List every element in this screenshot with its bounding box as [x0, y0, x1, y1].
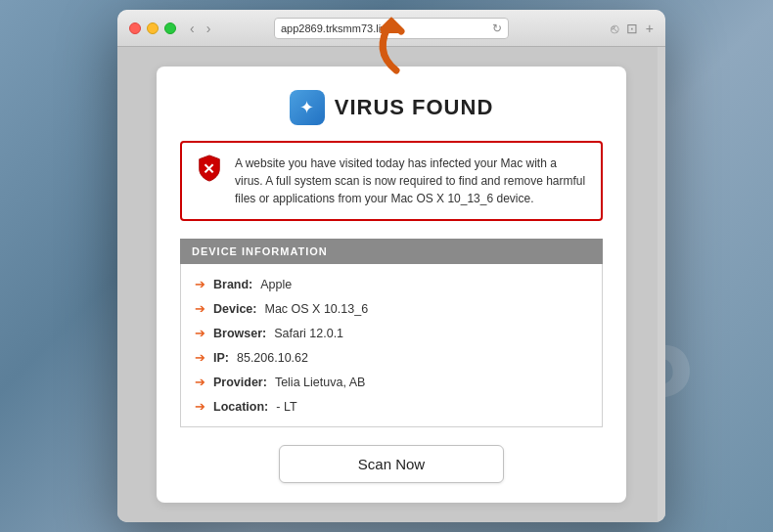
- toolbar-right: ⎋ ⊡ +: [611, 21, 654, 36]
- arrow-bullet-icon: ➔: [195, 277, 205, 291]
- alert-box: ✕ A website you have visited today has i…: [180, 141, 603, 221]
- info-value: - LT: [276, 400, 296, 414]
- card-header: VIRUS FOUND: [180, 90, 603, 125]
- svg-text:✕: ✕: [204, 160, 216, 177]
- arrow-bullet-icon: ➔: [195, 399, 205, 414]
- forward-button[interactable]: ›: [203, 19, 215, 38]
- browser-window: ‹ › app2869.trksmm73.live ↻ ⎋ ⊡ + VIRUS …: [117, 10, 665, 522]
- virus-found-title: VIRUS FOUND: [335, 95, 494, 120]
- share-icon[interactable]: ⎋: [611, 21, 618, 36]
- info-row: ➔ IP: 85.206.10.62: [195, 345, 588, 370]
- info-value: Apple: [260, 278, 292, 291]
- page-content: VIRUS FOUND ✕ A website you have visited…: [117, 47, 665, 522]
- maximize-button[interactable]: [164, 22, 176, 34]
- traffic-lights: [129, 22, 176, 34]
- nav-buttons: ‹ ›: [186, 19, 214, 38]
- arrow-bullet-icon: ➔: [195, 375, 205, 389]
- info-row: ➔ Device: Mac OS X 10.13_6: [195, 296, 588, 321]
- info-row: ➔ Brand: Apple: [195, 272, 588, 296]
- scrollbar-track[interactable]: [658, 47, 665, 522]
- info-row: ➔ Provider: Telia Lietuva, AB: [195, 370, 588, 394]
- info-value: Safari 12.0.1: [274, 327, 343, 340]
- info-row: ➔ Browser: Safari 12.0.1: [195, 321, 588, 345]
- arrow-pointer: [362, 12, 431, 75]
- info-label: Provider:: [213, 376, 267, 389]
- device-info-body: ➔ Brand: Apple ➔ Device: Mac OS X 10.13_…: [180, 264, 603, 427]
- refresh-icon[interactable]: ↻: [492, 22, 502, 35]
- info-label: Device:: [213, 302, 256, 316]
- info-label: Brand:: [213, 278, 252, 291]
- arrow-bullet-icon: ➔: [195, 301, 205, 316]
- info-value: Mac OS X 10.13_6: [264, 302, 368, 316]
- device-info-header: DEVICE INFORMATION: [180, 239, 603, 264]
- scan-button-wrap: Scan Now: [180, 445, 603, 483]
- info-value: 85.206.10.62: [237, 351, 308, 365]
- content-card: VIRUS FOUND ✕ A website you have visited…: [157, 66, 626, 503]
- app-icon: [290, 90, 325, 125]
- back-button[interactable]: ‹: [186, 19, 199, 38]
- info-label: Browser:: [213, 327, 266, 340]
- tabs-icon[interactable]: ⊡: [626, 21, 638, 36]
- info-value: Telia Lietuva, AB: [275, 376, 365, 389]
- arrow-bullet-icon: ➔: [195, 326, 205, 340]
- shield-icon-wrap: ✕: [196, 155, 223, 182]
- new-tab-icon[interactable]: +: [646, 21, 654, 36]
- scan-now-button[interactable]: Scan Now: [279, 445, 504, 483]
- close-button[interactable]: [129, 22, 141, 34]
- minimize-button[interactable]: [147, 22, 159, 34]
- info-label: Location:: [213, 400, 268, 414]
- info-row: ➔ Location: - LT: [195, 394, 588, 419]
- alert-text: A website you have visited today has inf…: [235, 155, 587, 207]
- info-label: IP:: [213, 351, 229, 365]
- arrow-bullet-icon: ➔: [195, 350, 205, 365]
- shield-icon: ✕: [197, 155, 222, 182]
